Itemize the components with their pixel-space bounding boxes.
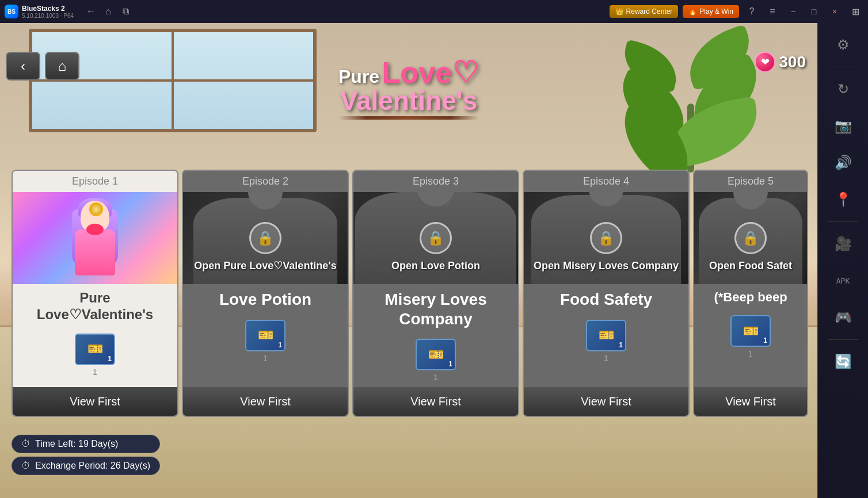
ep1-header: Episode 1 [13, 171, 177, 192]
exchange-period-badge: ⏱ Exchange Period: 26 Day(s) [12, 457, 160, 475]
game-area: Pure Love♡ Valentine's ❤ 300 ‹ ⌂ Episode… [0, 23, 817, 498]
game-title-area: Pure Love♡ Valentine's [338, 58, 479, 120]
ep3-lock: 🔒 [420, 222, 452, 254]
play-win-btn[interactable]: 🔥 Play & Win [683, 5, 739, 18]
ep2-header: Episode 2 [183, 171, 348, 192]
episode-card-4: Episode 4 🔒 Open Misery Loves Company Fo… [523, 170, 690, 417]
episode-card-5: Episode 5 🔒 Open Food Safet (*Beep beep [693, 170, 808, 417]
sidebar-screenshot-btn[interactable]: 📷 [823, 109, 864, 143]
ep1-character [55, 198, 135, 284]
screenshot-icon: 📷 [835, 118, 852, 134]
ep2-reward-item: 🎫 [245, 320, 285, 351]
time-left-badge: ⏱ Time Left: 19 Day(s) [12, 435, 160, 453]
ep2-image: 🔒 Open Pure Love♡Valentine's [183, 192, 348, 284]
ep3-title: Misery Loves Company [353, 284, 518, 334]
titlebar-home-btn[interactable]: ⌂ [100, 3, 116, 20]
ep2-lock: 🔒 [249, 222, 281, 254]
episodes-container: Episode 1 Pure Love♡Valentine's [6, 170, 817, 417]
ep5-lock: 🔒 [734, 222, 767, 254]
titlebar-right: 👑 Reward Center 🔥 Play & Win ? ≡ − □ × ⊞ [605, 3, 868, 20]
ep4-lock: 🔒 [590, 222, 622, 254]
home-icon: ⌂ [58, 58, 67, 74]
reward-center-btn[interactable]: 👑 Reward Center [610, 5, 679, 18]
back-nav-btn[interactable]: ‹ [6, 52, 40, 81]
ep4-view-btn[interactable]: View First [524, 387, 688, 416]
sidebar-refresh-btn[interactable]: 🔄 [823, 344, 864, 379]
location-icon: 📍 [835, 191, 852, 208]
reward-icon-4: 🎫 [599, 328, 614, 343]
sync-icon: ↻ [837, 81, 849, 97]
refresh-icon: 🔄 [835, 354, 852, 370]
ep3-header: Episode 3 [353, 171, 518, 192]
nav-buttons: ‹ ⌂ [6, 52, 79, 81]
menu-btn[interactable]: ≡ [764, 3, 781, 20]
reward-icon-3: 🎫 [428, 347, 444, 362]
sidebar-game-btn[interactable]: 🎮 [823, 300, 864, 335]
ep3-view-btn[interactable]: View First [353, 387, 518, 416]
reward-icon: 🎫 [87, 342, 103, 357]
ep3-reward: 🎫 1 [353, 334, 518, 386]
sidebar-divider-1 [828, 67, 858, 67]
ep5-open-text: Open Food Safet [694, 259, 807, 273]
game-icon: 🎮 [835, 309, 852, 325]
episode-card-2: Episode 2 🔒 Open Pure Love♡Valentine's L… [182, 170, 349, 417]
logo-valentines: Valentine's [338, 85, 479, 116]
ep4-reward: 🎫 1 [524, 315, 688, 367]
ep5-image: 🔒 Open Food Safet [694, 192, 807, 284]
bg-plant [610, 23, 771, 173]
ep2-view-btn[interactable]: View First [183, 387, 348, 416]
ep4-image: 🔒 Open Misery Loves Company [524, 192, 688, 284]
sidebar-divider-2 [828, 221, 858, 222]
right-sidebar: ⚙ ↻ 📷 🔊 📍 🎥 APK 🎮 🔄 [817, 23, 868, 498]
volume-icon: 🔊 [835, 155, 852, 171]
ep4-title: Food Safety [524, 284, 688, 315]
back-icon: ‹ [21, 58, 25, 74]
ep1-reward-item: 🎫 [75, 334, 115, 365]
clock-icon-2: ⏱ [21, 461, 31, 471]
sidebar-settings-btn[interactable]: ⚙ [823, 28, 864, 62]
timer-area: ⏱ Time Left: 19 Day(s) ⏱ Exchange Period… [12, 435, 160, 475]
titlebar-app-name: BlueStacks 2 [22, 5, 74, 13]
sidebar-apk-btn[interactable]: APK [823, 263, 864, 298]
lock-icon-4: 🔒 [597, 230, 615, 246]
ep1-image [13, 192, 177, 284]
settings-icon: ⚙ [837, 37, 850, 53]
minimize-btn[interactable]: − [785, 3, 801, 20]
clock-icon: ⏱ [21, 439, 31, 449]
sidebar-location-btn[interactable]: 📍 [823, 182, 864, 217]
ep5-view-btn[interactable]: View First [694, 387, 807, 416]
ep3-open-text: Open Love Potion [353, 259, 518, 273]
maximize-btn[interactable]: □ [806, 3, 822, 20]
ep5-reward: 🎫 1 [694, 311, 807, 363]
bluestacks-icon: BS [5, 5, 18, 18]
titlebar-multitask-btn[interactable]: ⧉ [117, 3, 134, 20]
ep5-title: (*Beep beep [694, 284, 807, 311]
logo-love: Love♡ [382, 56, 479, 89]
reward-icon-5: 🎫 [743, 324, 759, 339]
sidebar-volume-btn[interactable]: 🔊 [823, 145, 864, 180]
episode-card-1: Episode 1 Pure Love♡Valentine's [12, 170, 178, 417]
titlebar-nav: ← ⌂ ⧉ [78, 3, 138, 20]
ep1-view-btn[interactable]: View First [13, 387, 177, 416]
gem-icon: ❤ [755, 52, 775, 72]
close-btn[interactable]: × [827, 3, 843, 20]
ep1-reward: 🎫 1 [13, 329, 177, 381]
titlebar: BS BlueStacks 2 5.10.210.1003 · P64 ← ⌂ … [0, 0, 868, 23]
help-btn[interactable]: ? [744, 3, 760, 20]
camera-icon: 🎥 [835, 236, 852, 252]
ep3-reward-item: 🎫 [416, 339, 456, 370]
ep4-reward-item: 🎫 [586, 320, 626, 351]
sidebar-divider-3 [828, 339, 858, 340]
apk-icon: APK [836, 277, 850, 285]
sidebar-camera-btn[interactable]: 🎥 [823, 227, 864, 261]
ep2-reward: 🎫 1 [183, 315, 348, 367]
titlebar-back-btn[interactable]: ← [83, 3, 99, 20]
ep4-open-text: Open Misery Loves Company [524, 259, 688, 273]
home-nav-btn[interactable]: ⌂ [45, 52, 79, 81]
sidebar-sync-btn[interactable]: ↻ [823, 72, 864, 106]
ep2-title: Love Potion [183, 284, 348, 315]
ep5-reward-item: 🎫 [730, 315, 771, 347]
ep5-header: Episode 5 [694, 171, 807, 192]
gem-count: 300 [779, 53, 806, 71]
expand-btn[interactable]: ⊞ [847, 3, 863, 20]
